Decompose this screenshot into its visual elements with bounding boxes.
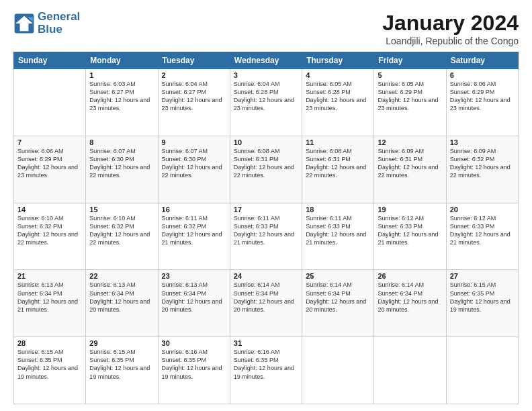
day-number: 24 [234, 272, 298, 280]
day-number: 30 [162, 339, 226, 347]
week-row-4: 28Sunrise: 6:15 AMSunset: 6:35 PMDayligh… [14, 337, 519, 404]
day-number: 3 [234, 71, 298, 79]
day-info: Sunrise: 6:09 AMSunset: 6:31 PMDaylight:… [378, 147, 442, 180]
calendar-cell: 29Sunrise: 6:15 AMSunset: 6:35 PMDayligh… [86, 337, 158, 404]
calendar-cell: 14Sunrise: 6:10 AMSunset: 6:32 PMDayligh… [14, 203, 86, 270]
day-number: 18 [306, 205, 370, 214]
day-number: 28 [17, 339, 82, 347]
day-info: Sunrise: 6:14 AMSunset: 6:34 PMDaylight:… [378, 281, 442, 314]
day-info: Sunrise: 6:14 AMSunset: 6:34 PMDaylight:… [306, 281, 370, 314]
week-row-2: 14Sunrise: 6:10 AMSunset: 6:32 PMDayligh… [14, 203, 519, 270]
week-row-1: 7Sunrise: 6:06 AMSunset: 6:29 PMDaylight… [14, 136, 519, 203]
calendar-table: SundayMondayTuesdayWednesdayThursdayFrid… [13, 52, 519, 404]
day-number: 19 [378, 205, 442, 214]
day-info: Sunrise: 6:15 AMSunset: 6:35 PMDaylight:… [89, 348, 154, 381]
calendar-cell: 22Sunrise: 6:13 AMSunset: 6:34 PMDayligh… [86, 270, 158, 337]
day-info: Sunrise: 6:06 AMSunset: 6:29 PMDaylight:… [17, 147, 82, 180]
day-number: 13 [450, 138, 515, 146]
calendar-cell: 19Sunrise: 6:12 AMSunset: 6:33 PMDayligh… [374, 203, 446, 270]
header-day-friday: Friday [374, 52, 446, 69]
calendar-cell: 12Sunrise: 6:09 AMSunset: 6:31 PMDayligh… [374, 136, 446, 203]
calendar-cell [446, 337, 518, 404]
week-row-0: 1Sunrise: 6:03 AMSunset: 6:27 PMDaylight… [14, 69, 519, 136]
day-info: Sunrise: 6:07 AMSunset: 6:30 PMDaylight:… [89, 147, 154, 180]
calendar-cell: 4Sunrise: 6:05 AMSunset: 6:28 PMDaylight… [302, 69, 374, 136]
header-row: SundayMondayTuesdayWednesdayThursdayFrid… [14, 52, 519, 69]
day-info: Sunrise: 6:11 AMSunset: 6:32 PMDaylight:… [162, 214, 226, 247]
day-info: Sunrise: 6:12 AMSunset: 6:33 PMDaylight:… [378, 214, 442, 247]
logo-line2: Blue [38, 24, 80, 36]
calendar-cell [14, 69, 86, 136]
day-number: 22 [89, 272, 154, 280]
day-info: Sunrise: 6:11 AMSunset: 6:33 PMDaylight:… [234, 214, 298, 247]
day-number: 25 [306, 272, 370, 280]
calendar-cell: 9Sunrise: 6:07 AMSunset: 6:30 PMDaylight… [158, 136, 230, 203]
calendar-cell: 7Sunrise: 6:06 AMSunset: 6:29 PMDaylight… [14, 136, 86, 203]
day-info: Sunrise: 6:16 AMSunset: 6:35 PMDaylight:… [162, 348, 226, 381]
day-number: 20 [450, 205, 515, 214]
header-day-sunday: Sunday [14, 52, 86, 69]
header-day-monday: Monday [86, 52, 158, 69]
day-info: Sunrise: 6:13 AMSunset: 6:34 PMDaylight:… [162, 281, 226, 314]
day-info: Sunrise: 6:13 AMSunset: 6:34 PMDaylight:… [17, 281, 82, 314]
calendar-cell: 18Sunrise: 6:11 AMSunset: 6:33 PMDayligh… [302, 203, 374, 270]
header-day-saturday: Saturday [446, 52, 518, 69]
main-title: January 2024 [382, 11, 519, 36]
calendar-cell: 25Sunrise: 6:14 AMSunset: 6:34 PMDayligh… [302, 270, 374, 337]
calendar-cell: 20Sunrise: 6:12 AMSunset: 6:33 PMDayligh… [446, 203, 518, 270]
calendar-cell: 6Sunrise: 6:06 AMSunset: 6:29 PMDaylight… [446, 69, 518, 136]
day-info: Sunrise: 6:10 AMSunset: 6:32 PMDaylight:… [17, 214, 82, 247]
day-info: Sunrise: 6:04 AMSunset: 6:27 PMDaylight:… [162, 80, 226, 113]
day-number: 5 [378, 71, 442, 79]
day-info: Sunrise: 6:08 AMSunset: 6:31 PMDaylight:… [306, 147, 370, 180]
day-number: 10 [234, 138, 298, 146]
calendar-cell: 17Sunrise: 6:11 AMSunset: 6:33 PMDayligh… [230, 203, 302, 270]
week-row-3: 21Sunrise: 6:13 AMSunset: 6:34 PMDayligh… [14, 270, 519, 337]
calendar-cell: 15Sunrise: 6:10 AMSunset: 6:32 PMDayligh… [86, 203, 158, 270]
day-info: Sunrise: 6:12 AMSunset: 6:33 PMDaylight:… [450, 214, 515, 247]
day-info: Sunrise: 6:04 AMSunset: 6:28 PMDaylight:… [234, 80, 298, 113]
calendar-cell: 27Sunrise: 6:15 AMSunset: 6:35 PMDayligh… [446, 270, 518, 337]
day-info: Sunrise: 6:05 AMSunset: 6:28 PMDaylight:… [306, 80, 370, 113]
day-number: 31 [234, 339, 298, 347]
day-info: Sunrise: 6:13 AMSunset: 6:34 PMDaylight:… [89, 281, 154, 314]
day-number: 14 [17, 205, 82, 214]
logo: General Blue [13, 11, 80, 36]
calendar-cell: 31Sunrise: 6:16 AMSunset: 6:35 PMDayligh… [230, 337, 302, 404]
calendar-cell: 30Sunrise: 6:16 AMSunset: 6:35 PMDayligh… [158, 337, 230, 404]
day-number: 6 [450, 71, 515, 79]
day-info: Sunrise: 6:10 AMSunset: 6:32 PMDaylight:… [89, 214, 154, 247]
calendar-cell [374, 337, 446, 404]
calendar-cell: 13Sunrise: 6:09 AMSunset: 6:32 PMDayligh… [446, 136, 518, 203]
day-info: Sunrise: 6:16 AMSunset: 6:35 PMDaylight:… [234, 348, 298, 381]
calendar-cell: 23Sunrise: 6:13 AMSunset: 6:34 PMDayligh… [158, 270, 230, 337]
calendar-cell: 21Sunrise: 6:13 AMSunset: 6:34 PMDayligh… [14, 270, 86, 337]
day-info: Sunrise: 6:08 AMSunset: 6:31 PMDaylight:… [234, 147, 298, 180]
calendar-cell: 8Sunrise: 6:07 AMSunset: 6:30 PMDaylight… [86, 136, 158, 203]
calendar-cell: 26Sunrise: 6:14 AMSunset: 6:34 PMDayligh… [374, 270, 446, 337]
day-number: 17 [234, 205, 298, 214]
day-info: Sunrise: 6:15 AMSunset: 6:35 PMDaylight:… [450, 281, 515, 314]
day-number: 23 [162, 272, 226, 280]
general-blue-icon [13, 13, 35, 34]
day-number: 4 [306, 71, 370, 79]
day-number: 27 [450, 272, 515, 280]
header-day-thursday: Thursday [302, 52, 374, 69]
day-number: 15 [89, 205, 154, 214]
calendar-cell: 10Sunrise: 6:08 AMSunset: 6:31 PMDayligh… [230, 136, 302, 203]
day-info: Sunrise: 6:03 AMSunset: 6:27 PMDaylight:… [89, 80, 154, 113]
day-number: 16 [162, 205, 226, 214]
day-info: Sunrise: 6:07 AMSunset: 6:30 PMDaylight:… [162, 147, 226, 180]
header-day-wednesday: Wednesday [230, 52, 302, 69]
day-number: 29 [89, 339, 154, 347]
day-number: 12 [378, 138, 442, 146]
header: General Blue January 2024 Loandjili, Rep… [13, 11, 519, 46]
day-info: Sunrise: 6:09 AMSunset: 6:32 PMDaylight:… [450, 147, 515, 180]
day-number: 11 [306, 138, 370, 146]
day-number: 2 [162, 71, 226, 79]
day-number: 8 [89, 138, 154, 146]
calendar-cell: 24Sunrise: 6:14 AMSunset: 6:34 PMDayligh… [230, 270, 302, 337]
day-info: Sunrise: 6:05 AMSunset: 6:29 PMDaylight:… [378, 80, 442, 113]
day-number: 26 [378, 272, 442, 280]
title-block: January 2024 Loandjili, Republic of the … [382, 11, 519, 46]
